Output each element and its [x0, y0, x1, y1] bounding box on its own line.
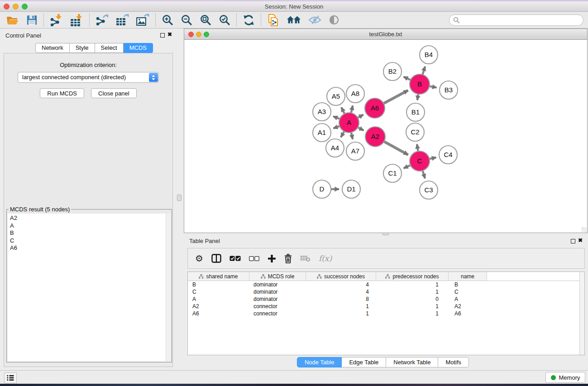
apply-function-button-disabled[interactable]: f(x)	[319, 254, 332, 263]
tab-node-table[interactable]: Node Table	[297, 357, 342, 367]
graph-node[interactable]: A2	[365, 127, 385, 147]
zoom-selected-button[interactable]	[219, 14, 230, 26]
table-cell[interactable]: C	[188, 288, 249, 295]
float-panel-icon[interactable]	[160, 33, 165, 38]
save-session-button[interactable]	[26, 14, 38, 26]
refresh-view-button[interactable]	[243, 14, 255, 26]
table-cell[interactable]: 4	[306, 281, 376, 288]
table-cell[interactable]: B	[449, 281, 487, 288]
tab-select[interactable]: Select	[95, 43, 124, 53]
graph-node[interactable]: A3	[313, 103, 331, 121]
graph-node[interactable]: A6	[365, 98, 385, 118]
graph-node[interactable]: B	[410, 74, 430, 94]
table-cell[interactable]: A	[449, 295, 487, 303]
table-cell[interactable]: 1	[376, 288, 449, 295]
float-table-panel-icon[interactable]	[571, 239, 575, 243]
table-cell[interactable]: 1	[376, 310, 449, 317]
graph-node[interactable]: C3	[420, 181, 438, 199]
table-cell[interactable]: A2	[188, 303, 249, 310]
graph-node[interactable]: A7	[346, 142, 364, 160]
tab-network-table[interactable]: Network Table	[386, 357, 438, 367]
tab-edge-table[interactable]: Edge Table	[342, 357, 386, 367]
import-table-button[interactable]	[70, 14, 83, 27]
export-image-button[interactable]	[136, 14, 149, 27]
tab-style[interactable]: Style	[70, 43, 95, 53]
column-header[interactable]: successor nodes	[306, 272, 376, 281]
zoom-in-button[interactable]	[162, 14, 173, 26]
graph-node[interactable]: B1	[406, 103, 425, 121]
table-cell[interactable]: 1	[306, 303, 376, 310]
graph-node[interactable]: A	[339, 113, 359, 133]
home-reset-view-button[interactable]	[287, 14, 301, 25]
delete-column-button[interactable]	[284, 254, 292, 263]
table-row[interactable]: A6connector11A6	[188, 310, 584, 317]
graph-node[interactable]: D	[313, 180, 331, 198]
graph-node[interactable]: C2	[406, 123, 424, 141]
table-cell[interactable]: 1	[306, 310, 376, 317]
open-session-button[interactable]	[6, 14, 19, 26]
column-header[interactable]: predecessor nodes	[376, 272, 449, 281]
run-mcds-button[interactable]: Run MCDS	[40, 88, 84, 98]
close-panel-button[interactable]: Close panel	[91, 88, 137, 98]
tab-motifs[interactable]: Motifs	[438, 357, 469, 367]
table-cell[interactable]: A	[188, 295, 249, 303]
graph-node[interactable]: C4	[439, 146, 457, 164]
mcds-result-item[interactable]: A6	[10, 244, 164, 252]
table-cell[interactable]: 8	[306, 295, 376, 303]
tab-mcds[interactable]: MCDS	[124, 43, 153, 53]
export-network-button[interactable]	[96, 14, 109, 27]
clone-network-button[interactable]	[267, 14, 279, 27]
column-header[interactable]: MCDS role	[249, 272, 306, 281]
graph-node[interactable]: B2	[383, 62, 402, 81]
table-cell[interactable]: 4	[306, 288, 376, 295]
graph-node[interactable]: D1	[342, 180, 360, 198]
deselect-all-rows-button[interactable]	[249, 256, 259, 261]
graph-node[interactable]: B3	[440, 81, 458, 99]
window-resize-grip[interactable]	[582, 227, 587, 232]
graph-node[interactable]: A8	[346, 85, 364, 103]
table-row[interactable]: Adominator80A	[188, 295, 584, 303]
task-history-button[interactable]	[4, 372, 17, 383]
table-row[interactable]: A2connector11A2	[188, 303, 584, 310]
vertical-split-grip[interactable]	[177, 195, 182, 201]
graph-node[interactable]: A5	[327, 87, 345, 105]
create-column-button[interactable]	[268, 254, 276, 263]
table-cell[interactable]: connector	[249, 310, 306, 317]
table-cell[interactable]: A2	[449, 303, 487, 310]
mcds-result-item[interactable]: A	[10, 222, 164, 230]
import-network-button[interactable]	[50, 14, 63, 27]
search-input[interactable]	[449, 14, 583, 26]
table-cell[interactable]: A6	[449, 310, 487, 317]
network-canvas[interactable]: AA1A2A3A4A5A6A7A8BB1B2B3B4CC1C2C3C4DD1	[184, 40, 587, 233]
mcds-result-item[interactable]: A2	[10, 214, 164, 222]
table-cell[interactable]: B	[188, 281, 249, 288]
table-cell[interactable]: 1	[376, 281, 449, 288]
table-cell[interactable]: connector	[249, 303, 306, 310]
column-header[interactable]: shared name	[188, 272, 249, 281]
graph-node[interactable]: A4	[326, 139, 344, 157]
table-cell[interactable]: dominator	[249, 288, 306, 295]
show-columns-button[interactable]	[211, 254, 221, 263]
graph-node[interactable]: C	[410, 151, 430, 171]
table-row[interactable]: Bdominator41B	[188, 281, 584, 288]
table-cell[interactable]: 1	[376, 303, 449, 310]
graph-node[interactable]: B4	[420, 46, 438, 64]
export-table-button[interactable]	[116, 14, 129, 27]
memory-button[interactable]: Memory	[545, 372, 585, 383]
hide-glasses-button[interactable]	[308, 15, 321, 25]
column-header[interactable]: name	[449, 272, 487, 281]
table-scrollbar[interactable]	[579, 272, 584, 355]
select-all-rows-button[interactable]	[229, 256, 241, 261]
table-cell[interactable]: dominator	[249, 295, 306, 303]
show-eye-button[interactable]	[329, 14, 339, 25]
graph-node[interactable]: A1	[313, 124, 331, 142]
mcds-list-scrollbar[interactable]	[166, 214, 171, 361]
table-cell[interactable]: dominator	[249, 281, 306, 288]
table-row[interactable]: Cdominator41C	[188, 288, 584, 295]
table-cell[interactable]: 0	[376, 295, 449, 303]
tab-network[interactable]: Network	[35, 43, 70, 53]
graph-node[interactable]: C1	[383, 164, 402, 182]
delete-table-button-disabled[interactable]	[300, 255, 311, 262]
criterion-select[interactable]: largest connected component (directed)	[18, 72, 159, 83]
table-cell[interactable]: A6	[188, 310, 249, 317]
